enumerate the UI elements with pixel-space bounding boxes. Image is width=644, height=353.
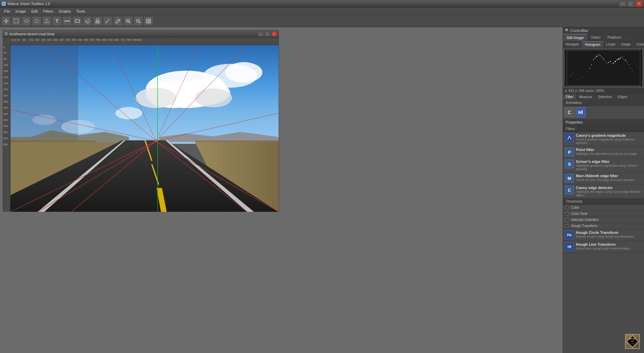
svg-rect-64 bbox=[566, 50, 641, 86]
minimize-button[interactable]: ─ bbox=[619, 1, 626, 7]
svg-point-71 bbox=[596, 56, 598, 57]
svg-point-92 bbox=[612, 63, 612, 63]
tab-video[interactable]: Video bbox=[587, 34, 604, 41]
threshold-color-tone[interactable]: Color Tone bbox=[563, 211, 644, 217]
filter-item-scharr[interactable]: S Scharr's edge filter Highlights gradie… bbox=[563, 158, 644, 172]
title-bar: Walrus Vision Toolbox 1.0 ─ □ ✕ bbox=[0, 0, 644, 7]
point-icon: P bbox=[565, 148, 574, 156]
ruler-top: 0 pt 40 80 120 160 200 240 280 320 360 4… bbox=[11, 38, 279, 45]
svg-point-82 bbox=[580, 78, 580, 79]
select-rect-tool[interactable] bbox=[12, 16, 21, 26]
brush-tool[interactable] bbox=[103, 16, 113, 26]
filter-buttons: C Hl bbox=[563, 106, 644, 119]
tab-navigate[interactable]: Navigate bbox=[563, 41, 582, 48]
svg-point-95 bbox=[627, 62, 628, 63]
menu-filters[interactable]: Filters bbox=[40, 8, 56, 14]
threshold-hough[interactable]: Hough Transform bbox=[563, 223, 644, 229]
stamp-tool[interactable] bbox=[93, 16, 102, 26]
hough-line-desc: Detect lines using hough transformation.… bbox=[576, 247, 642, 250]
menu-tools[interactable]: Tools bbox=[74, 8, 88, 14]
point-title: Point filter bbox=[576, 148, 642, 152]
roberts-icon bbox=[565, 133, 574, 142]
tab-measure[interactable]: Measure bbox=[576, 94, 595, 100]
lasso-tool[interactable] bbox=[83, 16, 92, 26]
filter-item-marr[interactable]: M Marr-Hildreth edge filter Check for ze… bbox=[563, 172, 644, 184]
filter-c-button[interactable]: C bbox=[564, 107, 575, 117]
menu-file[interactable]: File bbox=[1, 8, 13, 14]
line-tool[interactable] bbox=[62, 16, 72, 26]
select-circle-tool[interactable] bbox=[32, 16, 41, 26]
svg-text:INSTAL: INSTAL bbox=[629, 338, 636, 340]
image-window-minimize[interactable]: ─ bbox=[258, 31, 264, 37]
close-button[interactable]: ✕ bbox=[635, 1, 643, 7]
svg-point-74 bbox=[601, 57, 602, 58]
image-window-close[interactable]: ✕ bbox=[271, 31, 277, 37]
menu-graphs[interactable]: Graphs bbox=[56, 8, 74, 14]
controller-title: ControlBar bbox=[570, 29, 588, 33]
install-badge[interactable]: INSTAL UJ .CZ bbox=[625, 334, 640, 349]
menu-edit[interactable]: Edit bbox=[28, 8, 40, 14]
svg-point-37 bbox=[33, 115, 56, 125]
hough-circle-icon: Hc bbox=[565, 230, 574, 239]
tab-filter[interactable]: Filter bbox=[563, 94, 576, 100]
svg-line-19 bbox=[139, 22, 141, 23]
canny-title: Canny edge detector bbox=[576, 186, 642, 190]
rect-draw-tool[interactable] bbox=[73, 16, 82, 26]
pencil-tool[interactable] bbox=[113, 16, 123, 26]
svg-point-86 bbox=[591, 64, 592, 66]
svg-point-73 bbox=[600, 55, 601, 56]
image-filename: southwest-desert-road.bmp bbox=[8, 32, 257, 36]
ruler-left: 0 40 80 120 160 200 240 280 320 360 400 … bbox=[3, 45, 11, 212]
image-window-maximize[interactable]: □ bbox=[264, 31, 270, 37]
tab-edges[interactable]: Edges bbox=[615, 94, 630, 100]
tab-loupe[interactable]: Loupe bbox=[603, 41, 619, 48]
image-container[interactable] bbox=[11, 45, 279, 212]
threshold-color[interactable]: Color bbox=[563, 205, 644, 211]
svg-line-15 bbox=[129, 22, 130, 23]
image-window-titlebar: 🖼 southwest-desert-road.bmp ─ □ ✕ bbox=[3, 30, 279, 38]
tab-platform[interactable]: Platform bbox=[604, 34, 625, 41]
svg-point-83 bbox=[583, 76, 584, 77]
svg-point-34 bbox=[225, 62, 262, 82]
histogram-preview bbox=[564, 49, 643, 87]
svg-point-76 bbox=[615, 61, 616, 62]
select-triangle-tool[interactable] bbox=[42, 16, 52, 26]
toolbar: T bbox=[0, 15, 644, 27]
app-icon bbox=[1, 1, 6, 6]
tab-histogram[interactable]: Histogram bbox=[582, 41, 603, 48]
threshold-color-tone-radio bbox=[566, 212, 569, 216]
scharr-desc: Highlights gradient magnitudes using Sch… bbox=[576, 164, 642, 171]
grid-tool[interactable] bbox=[144, 16, 153, 26]
move-tool[interactable] bbox=[1, 16, 11, 26]
filter-hl-button[interactable]: Hl bbox=[576, 107, 586, 117]
filter-item-roberts[interactable]: Canny's gradient magnitude Count's gradi… bbox=[563, 132, 644, 146]
filter-item-point[interactable]: P Point filter Highlights the standalone… bbox=[563, 146, 644, 158]
main-layout: 🖼 southwest-desert-road.bmp ─ □ ✕ 0 pt 4… bbox=[0, 27, 644, 353]
image-viewport[interactable]: 0 pt 40 80 120 160 200 240 280 320 360 4… bbox=[3, 38, 279, 212]
select-ellipse-tool[interactable] bbox=[22, 16, 31, 26]
canny-desc: Highlights the edges using Canny edge de… bbox=[576, 190, 642, 197]
svg-point-93 bbox=[624, 59, 624, 59]
tab-commands[interactable]: Commands bbox=[634, 41, 644, 48]
tab-image[interactable]: Image bbox=[619, 41, 634, 48]
maximize-button[interactable]: □ bbox=[627, 1, 635, 7]
zoom-in-tool[interactable] bbox=[123, 16, 133, 26]
tab-selection[interactable]: Selection bbox=[595, 94, 615, 100]
zoom-out-tool[interactable] bbox=[134, 16, 143, 26]
menu-image[interactable]: Image bbox=[13, 8, 29, 14]
svg-rect-8 bbox=[75, 20, 79, 22]
image-window: 🖼 southwest-desert-road.bmp ─ □ ✕ 0 pt 4… bbox=[3, 30, 279, 211]
roberts-title: Canny's gradient magnitude bbox=[576, 133, 642, 137]
hough-line-item[interactable]: Hl Hough Line Transform Detect lines usi… bbox=[563, 241, 644, 253]
hough-circle-title: Hough Circle Transform bbox=[576, 230, 642, 235]
svg-point-87 bbox=[603, 59, 604, 60]
filter-item-canny[interactable]: C Canny edge detector Highlights the edg… bbox=[563, 184, 644, 199]
threshold-intensity[interactable]: Intensity Extention bbox=[563, 217, 644, 223]
tab-annotation[interactable]: Annotation bbox=[563, 100, 585, 106]
svg-point-72 bbox=[598, 54, 599, 55]
text-tool[interactable]: T bbox=[52, 16, 62, 26]
tab-still-image[interactable]: Still Image bbox=[563, 34, 587, 41]
hough-line-title: Hough Line Transform bbox=[576, 242, 642, 246]
menu-bar: File Image Edit Filters Graphs Tools bbox=[0, 7, 644, 15]
hough-circle-item[interactable]: Hc Hough Circle Transform Detects circle… bbox=[563, 229, 644, 241]
